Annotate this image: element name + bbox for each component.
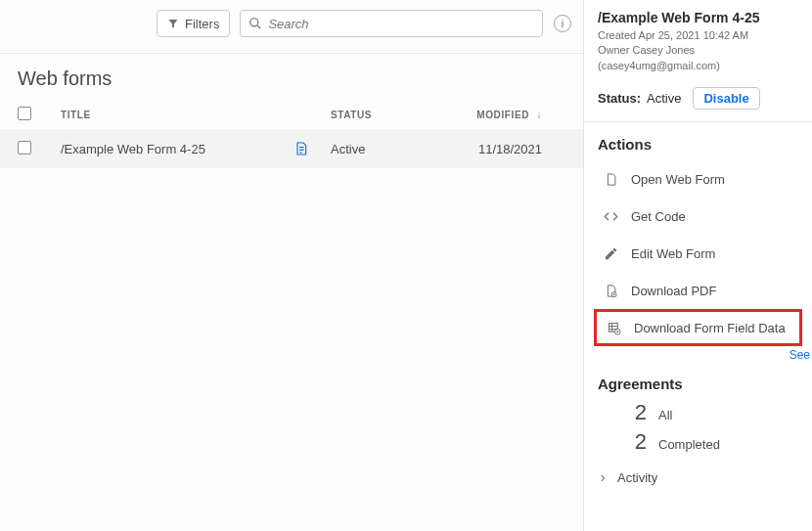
- column-header-status[interactable]: STATUS: [331, 110, 434, 120]
- action-label: Get Code: [631, 209, 686, 224]
- agreement-all[interactable]: 2 All: [625, 400, 794, 425]
- status-label: Status:: [598, 91, 641, 106]
- main-left-pane: Filters i Web forms TITLE STATUS MODIFIE…: [0, 0, 583, 531]
- see-more-link[interactable]: See: [584, 346, 812, 362]
- action-label: Open Web Form: [631, 172, 725, 187]
- activity-toggle[interactable]: Activity: [584, 463, 812, 493]
- action-download-form-field-data[interactable]: Download Form Field Data: [594, 309, 802, 346]
- download-data-icon: [605, 321, 622, 335]
- search-input-wrapper[interactable]: [240, 10, 543, 37]
- action-download-pdf[interactable]: Download PDF: [594, 272, 802, 309]
- download-pdf-icon: [602, 284, 619, 298]
- status-value: Active: [647, 91, 681, 106]
- action-label: Edit Web Form: [631, 246, 715, 261]
- search-icon: [248, 17, 262, 30]
- toolbar: Filters i: [0, 0, 583, 54]
- filters-button[interactable]: Filters: [157, 10, 230, 37]
- info-icon[interactable]: i: [554, 15, 571, 32]
- pencil-icon: [602, 246, 619, 261]
- activity-label: Activity: [617, 470, 657, 485]
- select-all-checkbox[interactable]: [18, 107, 31, 120]
- agreement-completed[interactable]: 2 Completed: [625, 429, 794, 455]
- document-icon[interactable]: [293, 141, 331, 156]
- agreement-label: Completed: [658, 437, 720, 452]
- action-label: Download Form Field Data: [634, 321, 786, 335]
- action-label: Download PDF: [631, 284, 716, 298]
- row-modified: 11/18/2021: [434, 142, 565, 156]
- svg-point-0: [250, 19, 258, 26]
- details-header: /Example Web Form 4-25 Created Apr 25, 2…: [584, 0, 812, 122]
- page-title: Web forms: [0, 54, 583, 100]
- agreement-count: 2: [625, 429, 647, 455]
- disable-button[interactable]: Disable: [693, 87, 759, 110]
- row-status: Active: [331, 142, 434, 156]
- details-created: Created Apr 25, 2021 10:42 AM: [598, 28, 798, 43]
- status-row: Status: Active Disable: [598, 87, 798, 110]
- code-icon: [602, 209, 619, 224]
- details-title: /Example Web Form 4-25: [598, 10, 798, 25]
- agreement-label: All: [658, 408, 672, 422]
- action-get-code[interactable]: Get Code: [594, 198, 802, 235]
- column-header-title[interactable]: TITLE: [61, 110, 331, 120]
- row-checkbox[interactable]: [18, 141, 31, 155]
- filters-label: Filters: [185, 17, 219, 31]
- sort-desc-icon: ↓: [536, 110, 542, 120]
- column-header-modified[interactable]: MODIFIED ↓: [434, 110, 565, 120]
- document-outline-icon: [602, 172, 619, 187]
- agreements-list: 2 All 2 Completed: [584, 400, 812, 455]
- actions-heading: Actions: [584, 122, 812, 160]
- details-owner: Owner Casey Jones (casey4umg@gmail.com): [598, 43, 798, 73]
- table-header: TITLE STATUS MODIFIED ↓: [0, 100, 583, 129]
- actions-list: Open Web Form Get Code Edit Web Form Dow…: [584, 160, 812, 346]
- details-panel: /Example Web Form 4-25 Created Apr 25, 2…: [583, 0, 812, 531]
- svg-line-1: [257, 25, 260, 28]
- row-title: /Example Web Form 4-25: [61, 142, 293, 156]
- funnel-icon: [167, 18, 179, 29]
- agreements-heading: Agreements: [584, 362, 812, 400]
- agreement-count: 2: [625, 400, 647, 425]
- chevron-right-icon: [598, 473, 608, 483]
- table-row[interactable]: /Example Web Form 4-25 Active 11/18/2021: [0, 129, 583, 168]
- search-input[interactable]: [268, 17, 522, 31]
- action-open-web-form[interactable]: Open Web Form: [594, 160, 802, 198]
- action-edit-web-form[interactable]: Edit Web Form: [594, 235, 802, 272]
